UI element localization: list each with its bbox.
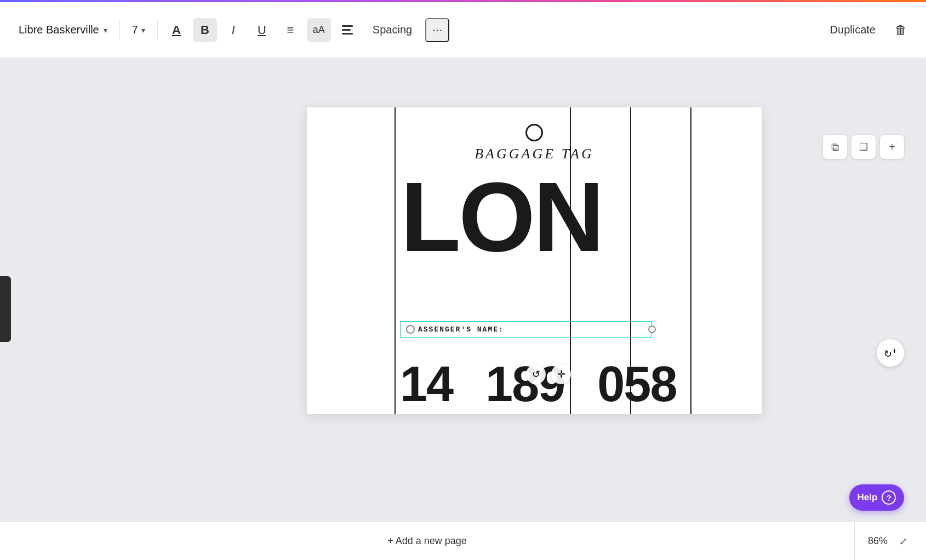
add-page-bar: + Add a new page 86% ⤢ [0, 522, 926, 560]
baggage-tag-title: BAGGAGE TAG [475, 146, 594, 162]
help-button[interactable]: Help ? [849, 484, 904, 511]
paste-style-button[interactable]: ❑ [851, 135, 876, 159]
field-right-handle[interactable] [648, 325, 656, 333]
fullscreen-icon: ⤢ [899, 535, 907, 547]
floating-actions: ⧉ ❑ + [823, 135, 904, 159]
help-label: Help [858, 492, 878, 503]
more-icon: ··· [432, 23, 442, 37]
ai-assistant-icon: ↻+ [884, 346, 897, 360]
move-cursor-icon[interactable]: ✛ [551, 364, 571, 384]
left-panel-tab[interactable] [0, 276, 11, 342]
tag-hole [525, 124, 543, 141]
font-size-value: 7 [132, 24, 138, 36]
ai-assistant-button[interactable]: ↻+ [877, 339, 904, 367]
duplicate-button[interactable]: Duplicate [821, 19, 884, 41]
number-14: 14 [400, 359, 453, 409]
delete-button[interactable]: 🗑 [889, 18, 913, 42]
add-page-button[interactable]: + Add a new page [0, 522, 854, 560]
font-name-label: Libre Baskerville [19, 24, 99, 36]
passenger-name-field[interactable]: ASSENGER'S NAME: [400, 321, 652, 338]
number-058: 058 [597, 359, 676, 409]
italic-button[interactable]: I [221, 18, 245, 42]
field-left-handle[interactable] [406, 325, 415, 334]
toolbar: Libre Baskerville ▾ 7 ▾ A B I U ≡ aA [0, 2, 926, 58]
zoom-area: 86% ⤢ [854, 522, 926, 560]
duplicate-label: Duplicate [830, 24, 876, 36]
help-question-icon: ? [882, 490, 896, 505]
copy-style-icon: ⧉ [831, 141, 839, 153]
add-element-button[interactable]: + [880, 135, 904, 159]
italic-icon: I [232, 23, 235, 37]
airport-code[interactable]: LON [401, 168, 602, 266]
divider-2 [157, 20, 158, 40]
spacing-button[interactable]: Spacing [364, 19, 421, 41]
divider-1 [119, 20, 120, 40]
passenger-name-label: ASSENGER'S NAME: [418, 325, 504, 334]
rotate-cursor-icon[interactable]: ↺ [526, 364, 546, 384]
vertical-line-4 [690, 107, 691, 414]
underline-button[interactable]: U [250, 18, 274, 42]
more-options-button[interactable]: ··· [425, 18, 449, 42]
add-icon: + [889, 141, 895, 153]
trash-icon: 🗑 [895, 23, 907, 37]
align-button[interactable]: ≡ [278, 18, 302, 42]
text-color-button[interactable]: A [164, 18, 188, 42]
paste-style-icon: ❑ [859, 141, 868, 153]
cursor-tools-overlay: ↺ ✛ [526, 364, 571, 384]
list-icon [340, 23, 355, 37]
case-icon: aA [313, 24, 325, 36]
baggage-tag-content: BAGGAGE TAG LON ASSENGER'S NAME: 14 189 … [307, 107, 762, 414]
copy-style-button[interactable]: ⧉ [823, 135, 847, 159]
underline-icon: U [258, 23, 266, 37]
list-button[interactable] [335, 18, 359, 42]
spacing-label: Spacing [373, 24, 412, 36]
fullscreen-button[interactable]: ⤢ [893, 532, 913, 551]
design-card[interactable]: BAGGAGE TAG LON ASSENGER'S NAME: 14 189 … [307, 107, 762, 414]
vertical-line-1 [395, 107, 396, 414]
font-family-selector[interactable]: Libre Baskerville ▾ [13, 20, 113, 39]
toolbar-right-actions: Duplicate 🗑 [821, 18, 913, 42]
passenger-name-row: ASSENGER'S NAME: [400, 321, 652, 338]
add-page-label: + Add a new page [387, 535, 467, 547]
letter-a-icon: A [172, 23, 181, 37]
canvas-area: ⧉ ❑ + BAGGAGE TAG LON A [0, 58, 926, 560]
zoom-value: 86% [868, 535, 888, 547]
bold-button[interactable]: B [193, 18, 217, 42]
bold-icon: B [201, 23, 209, 37]
align-icon: ≡ [287, 23, 294, 37]
font-family-chevron-icon: ▾ [104, 26, 107, 35]
case-button[interactable]: aA [307, 18, 331, 42]
font-size-selector[interactable]: 7 ▾ [127, 20, 151, 39]
font-size-chevron-icon: ▾ [141, 26, 145, 35]
